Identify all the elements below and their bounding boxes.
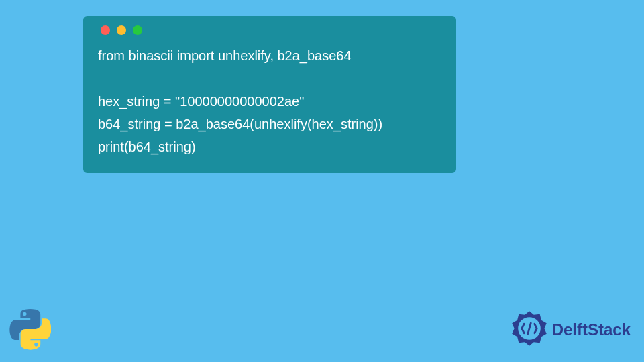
code-content: from binascii import unhexlify, b2a_base…	[98, 44, 441, 158]
python-logo-icon	[9, 308, 51, 353]
code-line-5: print(b64_string)	[98, 139, 196, 154]
code-line-1: from binascii import unhexlify, b2a_base…	[98, 48, 352, 63]
window-controls	[101, 25, 441, 35]
delftstack-logo: DelftStack	[511, 310, 631, 350]
code-block: from binascii import unhexlify, b2a_base…	[83, 16, 456, 173]
delftstack-badge-icon	[511, 310, 548, 350]
code-line-4: b64_string = b2a_base64(unhexlify(hex_st…	[98, 117, 382, 131]
maximize-icon	[133, 25, 142, 35]
delftstack-brand-text: DelftStack	[552, 320, 631, 339]
close-icon	[101, 25, 110, 35]
minimize-icon	[117, 25, 126, 35]
code-line-3: hex_string = "10000000000002ae"	[98, 94, 304, 109]
